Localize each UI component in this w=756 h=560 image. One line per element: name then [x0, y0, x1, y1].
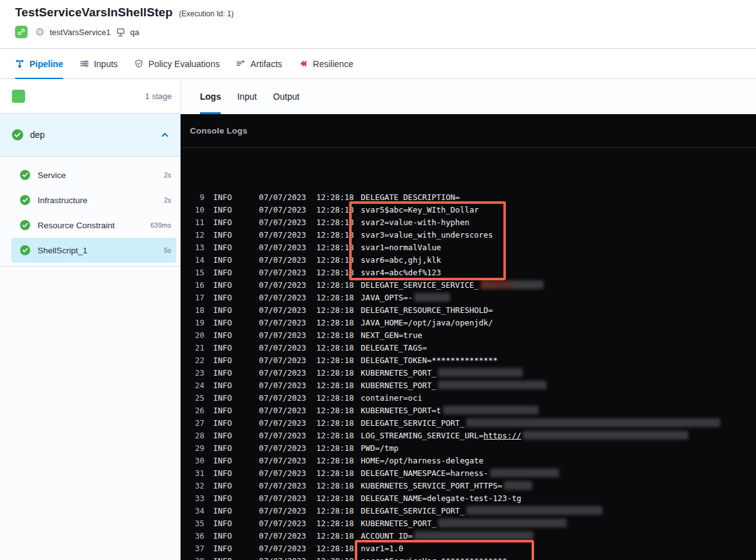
stage-group-dep[interactable]: dep: [0, 114, 181, 157]
log-level: INFO: [213, 481, 232, 490]
log-level: INFO: [213, 243, 232, 252]
log-row: 32INFO07/07/202312:28:18KUBERNETES_SERVI…: [181, 479, 756, 492]
log-date: 07/07/2023: [259, 193, 306, 202]
step-duration: 639ms: [150, 221, 171, 229]
log-tab-output[interactable]: Output: [273, 79, 300, 114]
log-message: DELEGATE_SERVICE_PORT_: [361, 506, 603, 515]
service-name[interactable]: testVarsService1: [50, 28, 110, 37]
log-date: 07/07/2023: [259, 243, 306, 252]
log-text: DELEGATE_NAME=delegate-test-123-tg: [361, 494, 522, 503]
log-link[interactable]: https://: [483, 431, 521, 440]
stage-status-square[interactable]: [12, 90, 25, 103]
log-level: INFO: [213, 393, 232, 403]
log-line-number: 24: [181, 381, 204, 390]
log-level: INFO: [213, 556, 232, 560]
log-time: 12:28:18: [316, 456, 354, 465]
log-message: DELEGATE_SERVICE_PORT_: [361, 418, 721, 428]
log-text: svar4=abc%def%123: [361, 268, 441, 277]
log-text: svar5$abc=Key_WIth_Dollar: [361, 205, 479, 214]
environment-name[interactable]: qa: [130, 28, 139, 37]
log-row: 24INFO07/07/202312:28:18KUBERNETES_PORT_: [181, 379, 756, 391]
log-row: 25INFO07/07/202312:28:18container=oci: [181, 391, 756, 404]
log-date: 07/07/2023: [259, 494, 306, 503]
log-level: INFO: [213, 255, 232, 265]
tab-pipeline[interactable]: Pipeline: [15, 49, 63, 78]
log-text: KUBERNETES_PORT=t: [361, 406, 441, 415]
log-line-number: 18: [181, 305, 204, 315]
log-tab-label: Input: [237, 92, 256, 102]
console: Console Logs 9INFO07/07/202312:28:18DELE…: [181, 114, 756, 560]
step-name: ShellScript_1: [38, 246, 88, 255]
log-date: 07/07/2023: [259, 368, 306, 378]
log-message: JAVA_OPTS=-: [361, 293, 451, 302]
log-time: 12:28:18: [316, 468, 354, 478]
log-message: svar6=abc,ghj,klk: [361, 255, 441, 265]
log-message: DELEGATE_TAGS=: [361, 343, 427, 352]
step-infrastructure[interactable]: Infrastructure2s: [11, 188, 176, 213]
log-time: 12:28:18: [316, 544, 354, 553]
step-resource-constraint[interactable]: Resource Constraint639ms: [11, 213, 176, 238]
step-duration: 2s: [164, 171, 171, 179]
log-text: DELEGATE_RESOURCE_THRESHOLD=: [361, 305, 493, 315]
log-row: 14INFO07/07/202312:28:18svar6=abc,ghj,kl…: [181, 253, 756, 266]
log-text: NEXT_GEN=true: [361, 330, 423, 340]
log-message: svar1=normalValue: [361, 243, 441, 252]
inputs-icon: [80, 59, 89, 68]
step-service[interactable]: Service2s: [11, 162, 176, 188]
log-line-number: 14: [181, 255, 204, 265]
log-level: INFO: [213, 330, 232, 340]
log-time: 12:28:18: [316, 556, 354, 560]
log-date: 07/07/2023: [259, 356, 306, 365]
log-text: LOG_STREAMING_SERVICE_URL=: [361, 431, 484, 440]
log-time: 12:28:18: [316, 268, 354, 277]
log-date: 07/07/2023: [259, 506, 306, 515]
log-line-number: 19: [181, 318, 204, 327]
sidebar-top-bar: 1 stage: [0, 79, 181, 114]
log-tab-input[interactable]: Input: [237, 79, 256, 114]
log-level: INFO: [213, 381, 232, 390]
log-message: svar4=abc%def%123: [361, 268, 441, 277]
log-message: DELEGATE_SERVICE_SERVICE_: [361, 280, 543, 290]
log-time: 12:28:18: [316, 418, 354, 428]
redacted-text: [414, 531, 533, 540]
log-time: 12:28:18: [316, 305, 354, 315]
service-link-icon: [15, 26, 28, 38]
redacted-text: [504, 481, 532, 490]
redacted-text: [466, 418, 720, 427]
log-time: 12:28:18: [316, 431, 354, 440]
log-line-number: 26: [181, 406, 204, 415]
log-level: INFO: [213, 356, 232, 365]
check-circle-icon: [20, 245, 30, 255]
step-shellscript_1[interactable]: ShellScript_15s: [11, 238, 176, 263]
log-date: 07/07/2023: [259, 443, 306, 453]
chevron-up-icon[interactable]: [160, 130, 169, 139]
log-time: 12:28:18: [316, 368, 354, 378]
log-text: svar6=abc,ghj,klk: [361, 255, 441, 265]
log-message: secretServiceVar=**************: [361, 556, 507, 560]
environment-icon: [116, 28, 125, 37]
tab-inputs[interactable]: Inputs: [80, 49, 118, 78]
log-row: 20INFO07/07/202312:28:18NEXT_GEN=true: [181, 329, 756, 341]
log-time: 12:28:18: [316, 343, 354, 352]
log-tab-logs[interactable]: Logs: [200, 79, 221, 114]
execution-sidebar: 1 stage dep Service2sInfrastructure2sRes…: [0, 79, 181, 560]
redacted-text: [443, 406, 538, 415]
log-level: INFO: [213, 230, 232, 240]
tab-policy-evaluations[interactable]: Policy Evaluations: [134, 49, 220, 78]
log-line-number: 21: [181, 343, 204, 352]
tab-resilience[interactable]: Resilience: [298, 49, 354, 78]
log-date: 07/07/2023: [259, 205, 306, 214]
log-time: 12:28:18: [316, 393, 354, 403]
log-level: INFO: [213, 193, 232, 202]
tab-artifacts[interactable]: Artifacts: [236, 49, 282, 78]
log-row: 16INFO07/07/202312:28:18DELEGATE_SERVICE…: [181, 278, 756, 291]
log-line-number: 22: [181, 356, 204, 365]
log-row: 22INFO07/07/202312:28:18DELEGATE_TOKEN=*…: [181, 354, 756, 366]
log-date: 07/07/2023: [259, 293, 306, 302]
log-level: INFO: [213, 468, 232, 478]
log-line-number: 11: [181, 218, 204, 227]
console-log-area[interactable]: 9INFO07/07/202312:28:18DELEGATE_DESCRIPT…: [181, 183, 756, 560]
tab-label: Artifacts: [250, 59, 282, 69]
log-message: PWD=/tmp: [361, 443, 399, 453]
log-row: 9INFO07/07/202312:28:18DELEGATE_DESCRIPT…: [181, 191, 756, 203]
